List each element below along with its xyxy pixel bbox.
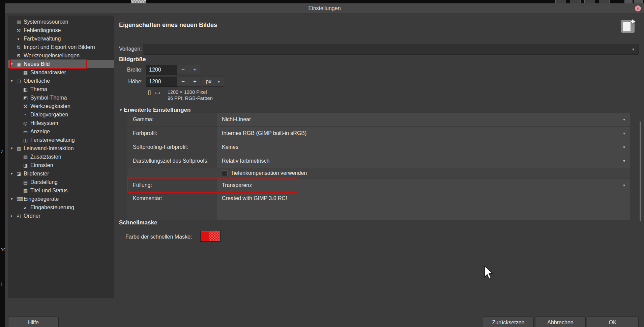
advanced-row-color-profile: Farbprofil:Internes RGB (GIMP built-in s… (127, 126, 630, 140)
left-edge-fragments: ZYoi (0, 0, 5, 327)
reset-button[interactable]: Zurücksetzen (483, 317, 534, 327)
new-image-header-icon (620, 18, 637, 34)
advanced-row-softproof-intent: Darstellungsziel des Softproofs:Relativ … (127, 154, 630, 168)
page-title: Eigenschaften eines neuen Bildes (119, 22, 217, 29)
portrait-page-icon: ▯ (148, 89, 151, 96)
gamma-label: Gamma: (127, 113, 217, 126)
cancel-button[interactable]: Abbrechen (535, 317, 586, 327)
landscape-page-icon: ▭ (154, 89, 160, 96)
checkbox-label: Tiefenkompensation verwenden (231, 170, 307, 176)
height-row: Höhe: − + px ▾ (119, 77, 224, 87)
advanced-row-fill: Füllung:Transparenz▾ (127, 178, 630, 192)
size-summary-line1: 1200 × 1200 Pixel (168, 89, 213, 95)
fill-label: Füllung: (127, 179, 217, 192)
width-label: Breite: (119, 67, 143, 73)
dialog-title: Einstellungen (308, 5, 341, 11)
color-profile-label: Farbprofil: (127, 127, 217, 140)
plus-icon: + (193, 66, 197, 73)
chevron-down-icon: ▾ (623, 131, 625, 136)
background-text-fragment: i (1, 281, 2, 287)
comment-textarea[interactable]: Created with GIMP 3.0 RC! (217, 192, 630, 220)
chevron-down-icon: ▾ (218, 79, 224, 84)
comment-text: Created with GIMP 3.0 RC! (222, 195, 287, 201)
width-row: Breite: − + (119, 65, 201, 75)
dropdown-value: Internes RGB (GIMP built-in sRGB) (222, 130, 306, 136)
advanced-table: Gamma:Nicht-Linear▾Farbprofil:Internes R… (127, 113, 630, 220)
quick-mask-color-label: Farbe der schnellen Maske: (125, 234, 192, 240)
advanced-section-header[interactable]: ▾ Erweiterte Einstellungen (120, 107, 191, 113)
templates-label: Vorlagen: (119, 46, 142, 52)
main-content: Eigenschaften eines neuen Bildes Vorlage… (5, 13, 644, 327)
softproof-intent-dropdown[interactable]: Relativ farbmetrisch▾ (217, 154, 630, 168)
width-input[interactable] (146, 65, 177, 75)
comment-label: Kommentar: (127, 192, 217, 220)
advanced-row-softproof-profile: Softproofing-Farbprofil:Keines▾ (127, 140, 630, 154)
chevron-down-icon: ▾ (632, 47, 638, 52)
height-input[interactable] (146, 77, 177, 87)
fill-dropdown[interactable]: Transparenz▾ (217, 179, 630, 192)
dialog-titlebar[interactable]: Einstellungen ✕ (5, 3, 644, 14)
background-checkerboard-fragment (131, 0, 146, 3)
dropdown-value: Transparenz (222, 182, 252, 188)
advanced-row-black-point-compensation: Tiefenkompensation verwenden (127, 168, 630, 178)
close-icon: ✕ (637, 7, 639, 10)
color-profile-dropdown[interactable]: Internes RGB (GIMP built-in sRGB)▾ (217, 127, 630, 140)
chevron-down-icon: ▾ (623, 159, 625, 163)
ok-button[interactable]: OK (587, 317, 639, 327)
unit-dropdown[interactable]: px ▾ (202, 77, 224, 87)
black-point-compensation-field: Tiefenkompensation verwenden (217, 168, 630, 178)
close-button[interactable]: ✕ (635, 5, 641, 11)
minus-icon: − (181, 78, 185, 85)
softproof-intent-label: Darstellungsziel des Softproofs: (127, 154, 217, 168)
image-size-section-title: Bildgröße (119, 56, 146, 63)
height-increment-button[interactable]: + (189, 77, 201, 87)
vertical-scrollbar-thumb[interactable] (640, 121, 641, 221)
advanced-row-comment: Kommentar:Created with GIMP 3.0 RC! (127, 192, 630, 220)
dropdown-value: Keines (222, 144, 238, 150)
softproof-profile-dropdown[interactable]: Keines▾ (217, 140, 630, 154)
width-decrement-button[interactable]: − (177, 65, 189, 75)
height-decrement-button[interactable]: − (177, 77, 189, 87)
templates-dropdown[interactable]: ▾ (143, 44, 639, 55)
advanced-row-gamma: Gamma:Nicht-Linear▾ (127, 113, 630, 126)
image-size-summary: ▯ ▭ 1200 × 1200 Pixel 96 PPI, RGB-Farben (148, 89, 213, 101)
black-point-compensation-checkbox[interactable] (222, 170, 228, 176)
minus-icon: − (181, 66, 185, 73)
quick-mask-color-swatch[interactable] (200, 231, 221, 242)
unit-value: px (206, 79, 211, 85)
preferences-dialog: Einstellungen ✕ ▥Systemressourcen⚒Fehler… (5, 3, 644, 327)
background-text-fragment: Z (1, 149, 4, 154)
plus-icon: + (193, 78, 197, 85)
dropdown-value: Nicht-Linear (222, 116, 251, 122)
chevron-down-icon: ▾ (623, 117, 625, 122)
chevron-down-icon: ▾ (623, 183, 625, 188)
size-summary-line2: 96 PPI, RGB-Farben (168, 95, 213, 101)
black-point-compensation-label (127, 168, 217, 178)
gamma-dropdown[interactable]: Nicht-Linear▾ (217, 113, 630, 126)
width-increment-button[interactable]: + (189, 65, 201, 75)
expander-down-icon[interactable]: ▾ (120, 108, 122, 112)
chevron-down-icon: ▾ (623, 145, 625, 149)
help-button[interactable]: Hilfe (8, 317, 59, 327)
height-label: Höhe: (119, 79, 143, 85)
quick-mask-section-title: Schnellmaske (119, 219, 157, 226)
advanced-section-title: Erweiterte Einstellungen (124, 107, 191, 113)
dropdown-value: Relativ farbmetrisch (222, 158, 269, 164)
softproof-profile-label: Softproofing-Farbprofil: (127, 140, 217, 154)
